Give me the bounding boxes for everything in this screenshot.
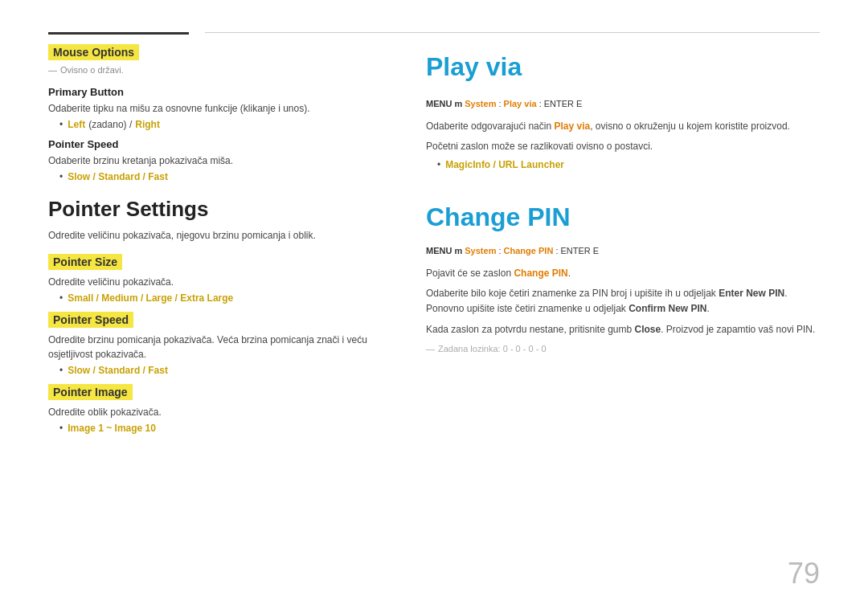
- change-pin-menu-path: MENU m System : Change PIN : ENTER E: [426, 243, 820, 260]
- mouse-options-section: Mouse Options Ovisno o državi.: [48, 44, 394, 75]
- change-pin-section: Change PIN MENU m System : Change PIN : …: [426, 202, 820, 353]
- pointer-size-options-text: Small / Medium / Large / Extra Large: [68, 292, 233, 304]
- change-pin-note: Zadana lozinka: 0 - 0 - 0 - 0: [426, 344, 820, 353]
- primary-button-body: Odaberite tipku na mišu za osnovne funkc…: [48, 101, 394, 116]
- play-via-menu-playvia: Play via: [504, 99, 537, 108]
- change-pin-body1-highlight: Change PIN: [514, 268, 567, 279]
- top-line-left: [48, 32, 189, 35]
- mouse-options-note: Ovisno o državi.: [48, 65, 394, 75]
- pointer-speed-second-section: Pointer Speed Odredite brzinu pomicanja …: [48, 312, 394, 376]
- change-pin-close: Close: [635, 324, 661, 335]
- top-line-right: [205, 32, 820, 33]
- change-pin-menu-system: System: [465, 246, 496, 255]
- pointer-size-section: Pointer Size Odredite veličinu pokazivač…: [48, 254, 394, 304]
- mouse-options-label: Mouse Options: [48, 44, 139, 60]
- primary-button-left: Left: [68, 119, 85, 130]
- pointer-speed-second-body: Odredite brzinu pomicanja pokazivača. Ve…: [48, 333, 394, 362]
- primary-button-zadano: (zadano) /: [88, 119, 132, 130]
- pointer-speed-first-section: Pointer Speed Odaberite brzinu kretanja …: [48, 138, 394, 182]
- right-column: Play via MENU m System : Play via : ENTE…: [426, 44, 820, 353]
- pointer-image-section: Pointer Image Odredite oblik pokazivača.…: [48, 384, 394, 434]
- pointer-size-body: Odredite veličinu pokazivača.: [48, 275, 394, 289]
- change-pin-enter-new: Enter New PIN: [719, 288, 784, 299]
- pointer-speed-first-title: Pointer Speed: [48, 138, 394, 150]
- play-via-menu-colon1: :: [496, 99, 503, 108]
- change-pin-body2: Odaberite bilo koje četiri znamenke za P…: [426, 286, 820, 317]
- pointer-size-label: Pointer Size: [48, 254, 122, 270]
- primary-button-section: Primary Button Odaberite tipku na mišu z…: [48, 86, 394, 130]
- pointer-speed-first-options: Slow / Standard / Fast: [59, 171, 394, 182]
- play-via-section: Play via MENU m System : Play via : ENTE…: [426, 52, 820, 170]
- pointer-image-options-text: Image 1 ~ Image 10: [68, 423, 156, 434]
- play-via-body1-highlight: Play via: [554, 121, 590, 132]
- play-via-options-text: MagicInfo / URL Launcher: [445, 159, 564, 170]
- change-pin-confirm-new: Confirm New PIN: [628, 303, 706, 314]
- pointer-speed-second-options: Slow / Standard / Fast: [59, 365, 394, 376]
- primary-button-options: Left (zadano) / Right: [59, 119, 394, 130]
- play-via-heading: Play via: [426, 52, 820, 82]
- change-pin-heading: Change PIN: [426, 202, 820, 232]
- play-via-menu-path: MENU m System : Play via : ENTER E: [426, 96, 820, 112]
- change-pin-menu-menu: MENU m: [426, 246, 465, 255]
- play-via-menu-system: System: [465, 99, 496, 108]
- left-column: Mouse Options Ovisno o državi. Primary B…: [48, 44, 394, 439]
- pointer-image-label: Pointer Image: [48, 384, 133, 400]
- change-pin-menu-colon1: :: [496, 246, 503, 255]
- primary-button-right: Right: [135, 119, 160, 130]
- play-via-menu-menu: MENU m: [426, 99, 465, 108]
- pointer-settings-heading: Pointer Settings: [48, 197, 394, 222]
- pointer-settings-body: Odredite veličinu pokazivača, njegovu br…: [48, 228, 394, 243]
- change-pin-body1: Pojavit će se zaslon Change PIN.: [426, 266, 820, 281]
- pointer-speed-first-options-text: Slow / Standard / Fast: [68, 171, 168, 182]
- pointer-speed-first-body: Odaberite brzinu kretanja pokazivača miš…: [48, 153, 394, 168]
- change-pin-menu-enter: : ENTER E: [553, 246, 599, 255]
- primary-button-title: Primary Button: [48, 86, 394, 98]
- play-via-body1: Odaberite odgovarajući način Play via, o…: [426, 119, 820, 134]
- pointer-speed-second-label: Pointer Speed: [48, 312, 133, 328]
- page-number: 79: [788, 557, 820, 591]
- pointer-size-options: Small / Medium / Large / Extra Large: [59, 292, 394, 304]
- play-via-menu-enter: : ENTER E: [537, 99, 583, 108]
- change-pin-menu-changepin: Change PIN: [504, 246, 554, 255]
- change-pin-body3: Kada zaslon za potvrdu nestane, pritisni…: [426, 322, 820, 337]
- play-via-options: MagicInfo / URL Launcher: [437, 159, 820, 170]
- pointer-image-options: Image 1 ~ Image 10: [59, 423, 394, 434]
- play-via-body2: Početni zaslon može se razlikovati ovisn…: [426, 139, 820, 154]
- pointer-speed-second-options-text: Slow / Standard / Fast: [68, 365, 168, 376]
- pointer-image-body: Odredite oblik pokazivača.: [48, 405, 394, 419]
